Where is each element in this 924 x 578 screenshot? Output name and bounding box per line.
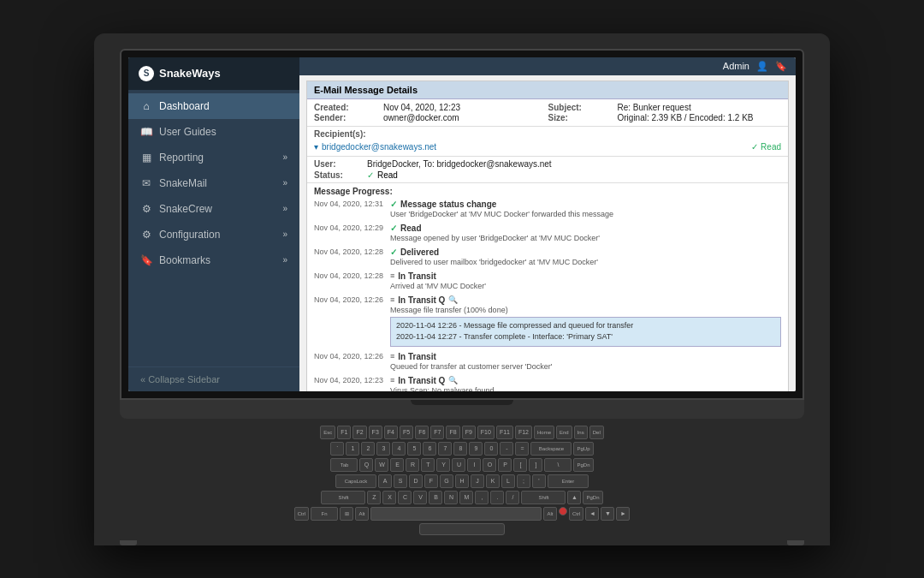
a-key[interactable]: A <box>378 474 392 488</box>
ctrl-key[interactable]: Ctrl <box>294 507 309 521</box>
down-key[interactable]: ▼ <box>601 507 614 521</box>
sidebar-item-user-guides[interactable]: 📖 User Guides <box>128 119 299 145</box>
ins-key[interactable]: Ins <box>574 426 588 439</box>
up-key[interactable]: ▲ <box>567 491 581 504</box>
slash-key[interactable]: / <box>506 491 519 504</box>
quote-key[interactable]: ' <box>532 474 546 488</box>
sidebar-item-configuration[interactable]: ⚙ Configuration » <box>128 222 299 247</box>
enter-key[interactable]: Enter <box>548 474 589 488</box>
rbracket-key[interactable]: ] <box>529 458 542 472</box>
2-key[interactable]: 2 <box>361 442 375 456</box>
f2-key[interactable]: F2 <box>352 426 366 439</box>
equals-key[interactable]: = <box>515 442 529 456</box>
i-key[interactable]: I <box>467 458 481 472</box>
backtick-key[interactable]: ` <box>330 442 344 456</box>
f5-key[interactable]: F5 <box>400 426 413 439</box>
home-key[interactable]: Home <box>534 426 554 439</box>
7-key[interactable]: 7 <box>438 442 452 456</box>
1-key[interactable]: 1 <box>346 442 359 456</box>
chart-icon: ▦ <box>140 152 152 164</box>
f1-key[interactable]: F1 <box>337 426 351 439</box>
rctrl-key[interactable]: Ctrl <box>569 507 583 521</box>
rshift-key[interactable]: Shift <box>521 491 566 504</box>
status-text: Read <box>761 142 781 152</box>
pgdn2-key[interactable]: PgDn <box>583 491 602 504</box>
left-key[interactable]: ◄ <box>585 507 599 521</box>
f6-key[interactable]: F6 <box>415 426 429 439</box>
lshift-key[interactable]: Shift <box>321 491 365 504</box>
f11-key[interactable]: F11 <box>496 426 513 439</box>
esc-key[interactable]: Esc <box>320 426 335 439</box>
trackpoint[interactable] <box>559 507 567 515</box>
8-key[interactable]: 8 <box>453 442 467 456</box>
w-key[interactable]: W <box>375 458 388 472</box>
c-key[interactable]: C <box>398 491 412 504</box>
0-key[interactable]: 0 <box>484 442 498 456</box>
mail-icon: ✉ <box>140 177 152 189</box>
v-key[interactable]: V <box>413 491 427 504</box>
l-key[interactable]: L <box>501 474 515 488</box>
h-key[interactable]: H <box>455 474 469 488</box>
sidebar-item-snakemail[interactable]: ✉ SnakeMail » <box>128 170 299 196</box>
backslash-key[interactable]: \ <box>544 458 572 472</box>
top-bar: Admin 👤 🔖 <box>299 57 796 75</box>
q-key[interactable]: Q <box>359 458 373 472</box>
f7-key[interactable]: F7 <box>430 426 444 439</box>
p-key[interactable]: P <box>498 458 512 472</box>
6-key[interactable]: 6 <box>423 442 436 456</box>
sidebar-item-snakecrew[interactable]: ⚙ SnakeCrew » <box>128 196 299 222</box>
period-key[interactable]: . <box>490 491 504 504</box>
pgup-key[interactable]: PgUp <box>573 442 593 456</box>
n-key[interactable]: N <box>444 491 458 504</box>
super-key[interactable]: ⊞ <box>340 507 353 521</box>
d-key[interactable]: D <box>409 474 423 488</box>
f-key[interactable]: F <box>424 474 438 488</box>
u-key[interactable]: U <box>452 458 465 472</box>
collapse-sidebar-button[interactable]: « Collapse Sidebar <box>128 366 299 391</box>
minus-key[interactable]: - <box>500 442 513 456</box>
g-key[interactable]: G <box>440 474 453 488</box>
ralt-key[interactable]: Alt <box>543 507 557 521</box>
end-key[interactable]: End <box>556 426 572 439</box>
f10-key[interactable]: F10 <box>477 426 495 439</box>
right-key[interactable]: ► <box>616 507 630 521</box>
t-key[interactable]: T <box>421 458 435 472</box>
del-key[interactable]: Del <box>589 426 604 439</box>
b-key[interactable]: B <box>429 491 442 504</box>
s-key[interactable]: S <box>394 474 407 488</box>
5-key[interactable]: 5 <box>407 442 421 456</box>
m-key[interactable]: M <box>459 491 473 504</box>
f4-key[interactable]: F4 <box>384 426 398 439</box>
space-key[interactable] <box>370 507 542 521</box>
f12-key[interactable]: F12 <box>515 426 532 439</box>
9-key[interactable]: 9 <box>469 442 483 456</box>
j-key[interactable]: J <box>471 474 484 488</box>
recipient-email[interactable]: ▾ bridgedocker@snakeways.net <box>314 142 436 152</box>
k-key[interactable]: K <box>486 474 500 488</box>
3-key[interactable]: 3 <box>376 442 390 456</box>
sidebar-item-dashboard[interactable]: ⌂ Dashboard <box>128 93 299 119</box>
lbracket-key[interactable]: [ <box>513 458 527 472</box>
progress-status: ✓ Delivered <box>390 247 781 257</box>
o-key[interactable]: O <box>483 458 496 472</box>
x-key[interactable]: X <box>382 491 396 504</box>
sidebar-item-bookmarks[interactable]: 🔖 Bookmarks » <box>128 247 299 273</box>
backspace-key[interactable]: Backspace <box>530 442 572 456</box>
pgdn-key[interactable]: PgDn <box>573 458 593 472</box>
trackpad[interactable] <box>419 523 505 535</box>
caps-key[interactable]: CapsLock <box>335 474 376 488</box>
sidebar-item-reporting[interactable]: ▦ Reporting » <box>128 145 299 170</box>
tab-key[interactable]: Tab <box>330 458 358 472</box>
semicolon-key[interactable]: ; <box>517 474 530 488</box>
4-key[interactable]: 4 <box>392 442 406 456</box>
comma-key[interactable]: , <box>475 491 489 504</box>
fn-key[interactable]: Fn <box>311 507 338 521</box>
r-key[interactable]: R <box>406 458 419 472</box>
y-key[interactable]: Y <box>436 458 450 472</box>
f8-key[interactable]: F8 <box>446 426 459 439</box>
e-key[interactable]: E <box>390 458 404 472</box>
f9-key[interactable]: F9 <box>462 426 476 439</box>
z-key[interactable]: Z <box>367 491 381 504</box>
f3-key[interactable]: F3 <box>369 426 382 439</box>
alt-key[interactable]: Alt <box>355 507 369 521</box>
